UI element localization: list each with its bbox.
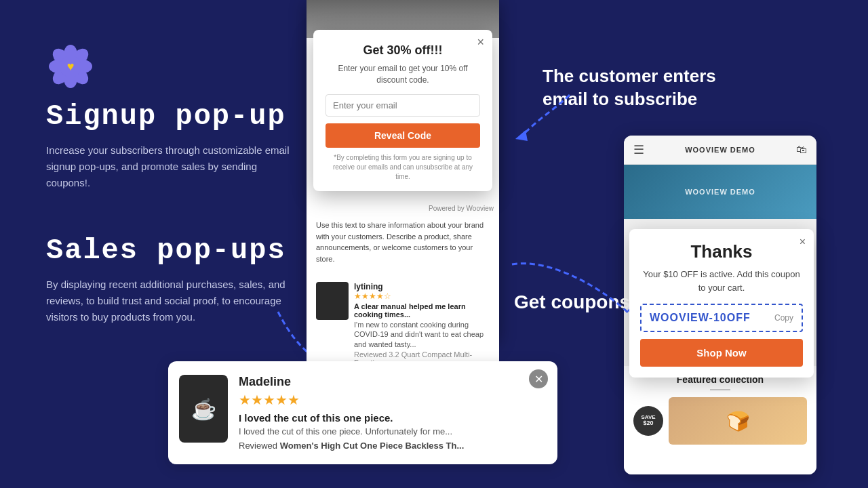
shop-now-button[interactable]: Shop Now [640, 339, 803, 367]
review-card-content: Madeline ★★★★★ I loved the cut of this o… [239, 375, 544, 451]
subscribe-annotation-text: The customer enters email to subscribe [542, 65, 732, 111]
subscribe-annotation: The customer enters email to subscribe [542, 65, 732, 111]
review-body-small: I'm new to constant cooking during COVID… [354, 320, 490, 349]
phone-text-section: Use this text to share information about… [307, 214, 499, 270]
save-badge: SAVE $20 [633, 406, 663, 436]
review-stars-small: ★★★★☆ [354, 291, 490, 301]
coupon-title: Thanks [640, 241, 803, 262]
signup-popup: × Get 30% off!!! Enter your email to get… [313, 30, 492, 191]
review-card-close[interactable]: ✕ [529, 369, 548, 388]
popup-close-button[interactable]: × [477, 35, 484, 49]
popup-desc: Enter your email to get your 10% off dis… [326, 63, 480, 86]
review-headline: I loved the cut of this one piece. [239, 412, 544, 424]
hero-text: WOOVIEW DEMO [685, 188, 755, 196]
review-body-text: I loved the cut of this one piece. Unfor… [239, 426, 544, 436]
left-content: Signup pop-up Increase your subscribers … [46, 41, 304, 325]
reviewer-name: Madeline [239, 375, 544, 389]
sales-desc: By displaying recent additional purchase… [46, 277, 304, 325]
popup-terms: *By completing this form you are signing… [326, 153, 480, 182]
phone-review-row: lytining ★★★★☆ A clear manual helped me … [307, 277, 499, 372]
toaster-product-image: 🍞 [669, 397, 807, 445]
right-phone-header: ☰ WOOVIEW DEMO 🛍 [624, 136, 816, 165]
review-card-image: ☕ [179, 375, 228, 443]
sales-title: Sales pop-ups [46, 235, 304, 267]
review-product-ref: Reviewed Women's High Cut One Piece Back… [239, 441, 544, 451]
signup-title: Signup pop-up [46, 100, 304, 133]
phone-powered-by: Powered by Wooview [307, 205, 499, 212]
copy-label[interactable]: Copy [774, 313, 793, 323]
save-amount: $20 [643, 420, 653, 427]
signup-desc: Increase your subscribers through custom… [46, 142, 304, 191]
coupon-code-box: WOOVIEW-10OFF Copy [640, 304, 803, 332]
review-product-image [316, 282, 349, 320]
reveal-code-button[interactable]: Reveal Code [326, 123, 480, 148]
review-stars: ★★★★★ [239, 392, 544, 408]
right-phone-hero: WOOVIEW DEMO [624, 165, 816, 219]
review-text-block: lytining ★★★★☆ A clear manual helped me … [354, 282, 490, 367]
popup-title: Get 30% off!!! [326, 43, 480, 58]
coupon-close-button[interactable]: × [800, 236, 806, 248]
coupon-desc: Your $10 OFF is active. Add this coupon … [640, 268, 803, 294]
review-title-small: A clear manual helped me learn cooking t… [354, 302, 490, 319]
coupon-code: WOOVIEW-10OFF [650, 312, 751, 324]
right-phone-title: WOOVIEW DEMO [685, 146, 755, 154]
email-input[interactable] [326, 94, 480, 117]
coupon-popup: × Thanks Your $10 OFF is active. Add thi… [629, 229, 814, 378]
review-author: lytining [354, 282, 490, 291]
review-card: ☕ Madeline ★★★★★ I loved the cut of this… [168, 361, 557, 464]
review-product-name: Women's High Cut One Piece Backless Th..… [280, 441, 465, 451]
